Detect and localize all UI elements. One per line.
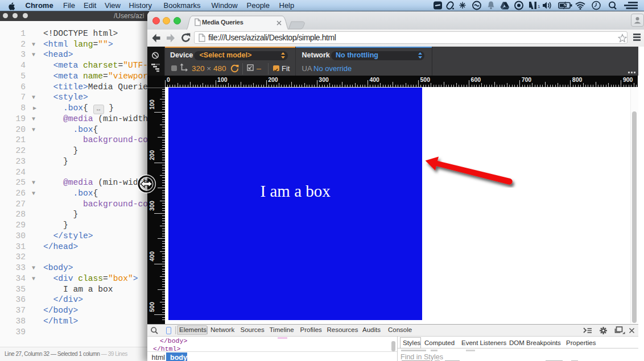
svg-text:1: 1: [538, 4, 540, 9]
